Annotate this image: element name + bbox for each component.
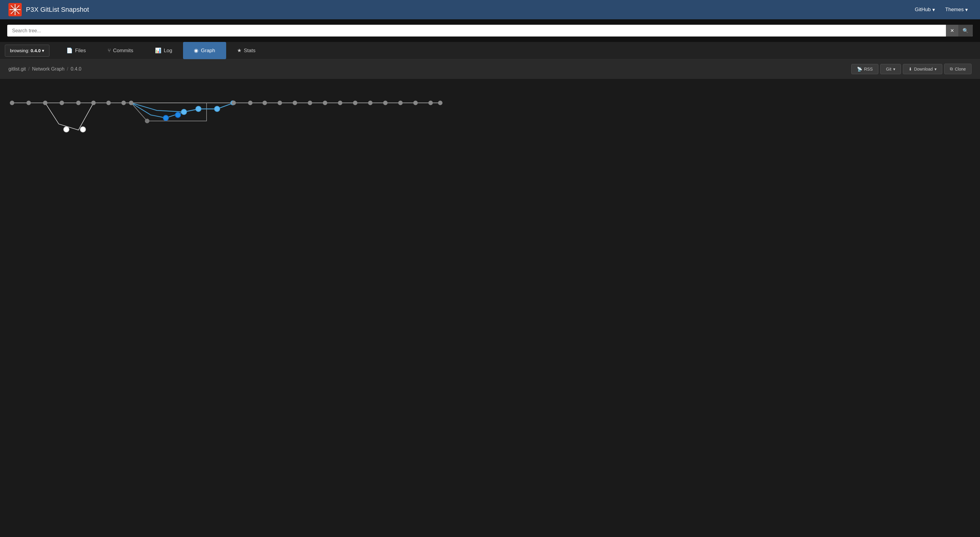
app-logo [8,3,22,16]
branch-version: 0.4.0 [30,48,40,53]
svg-point-31 [323,101,327,105]
search-submit-button[interactable]: 🔍 [958,25,973,37]
tab-log-label: Log [164,48,172,54]
svg-point-36 [398,101,402,105]
svg-point-26 [248,101,252,105]
svg-point-34 [368,101,372,105]
tab-files[interactable]: 📄 Files [56,42,97,59]
header-left: P3X GitList Snapshot [8,3,89,16]
search-input[interactable] [7,25,946,37]
svg-point-8 [27,101,31,105]
svg-point-7 [10,101,14,105]
breadcrumb-sep-2: / [67,66,68,72]
svg-point-15 [129,101,133,105]
breadcrumb-sep-1: / [29,66,30,72]
download-icon: ⬇ [908,67,912,72]
rss-label: RSS [864,67,873,72]
commits-icon: ⑂ [108,48,111,54]
star-icon: ★ [237,47,242,54]
svg-point-32 [338,101,342,105]
tab-log[interactable]: 📊 Log [144,42,183,59]
svg-point-38 [428,101,433,105]
branch-selector[interactable]: browsing: 0.4.0 ▾ [5,45,49,57]
search-icon: 🔍 [963,28,969,33]
app-title: P3X GitList Snapshot [26,6,89,14]
svg-point-18 [145,119,149,123]
pie-chart-icon: ◉ [194,47,199,54]
tab-stats-label: Stats [244,48,256,54]
svg-point-37 [414,101,418,105]
svg-point-39 [438,101,442,105]
themes-label: Themes [945,6,964,13]
search-wrap: ✕ 🔍 [7,25,973,37]
graph-area [0,79,980,157]
download-button[interactable]: ⬇ Download ▾ [903,64,942,74]
download-chevron: ▾ [934,67,937,72]
search-clear-button[interactable]: ✕ [946,25,958,37]
header-right: GitHub ▾ Themes ▾ [911,5,972,15]
themes-button[interactable]: Themes ▾ [942,5,972,15]
svg-point-11 [76,101,81,105]
breadcrumb-section: Network Graph [32,66,65,72]
nav-tabs: browsing: 0.4.0 ▾ 📄 Files ⑂ Commits 📊 Lo… [0,42,980,59]
clone-button[interactable]: ⧉ Clone [944,64,972,74]
tab-graph[interactable]: ◉ Graph [183,42,226,59]
graph-svg-wrap [0,85,980,151]
git-label: Git [886,67,891,72]
tab-commits[interactable]: ⑂ Commits [97,42,144,59]
bar-chart-icon: 📊 [155,47,161,54]
app-header: P3X GitList Snapshot GitHub ▾ Themes ▾ [0,0,980,19]
svg-point-12 [91,101,95,105]
branch-prefix: browsing: [10,48,29,53]
github-label: GitHub [915,6,931,13]
svg-point-27 [262,101,267,105]
rss-icon: 📡 [857,67,862,72]
svg-point-17 [80,127,86,132]
git-button[interactable]: Git ▾ [880,64,901,74]
download-label: Download [914,67,933,72]
svg-point-30 [308,101,312,105]
search-bar: ✕ 🔍 [0,19,980,42]
network-graph-svg [6,85,446,151]
tab-graph-label: Graph [201,48,215,54]
svg-point-28 [278,101,282,105]
tab-stats[interactable]: ★ Stats [226,42,267,59]
svg-point-10 [60,101,64,105]
svg-point-14 [121,101,126,105]
svg-point-23 [163,115,169,121]
chevron-down-icon: ▾ [932,6,935,13]
tab-files-label: Files [75,48,86,54]
svg-point-9 [43,101,47,105]
tab-commits-label: Commits [113,48,133,54]
breadcrumb-repo[interactable]: gitlist.git [8,66,26,72]
svg-point-13 [107,101,111,105]
svg-point-35 [383,101,388,105]
svg-point-20 [196,106,201,112]
github-button[interactable]: GitHub ▾ [911,5,939,15]
breadcrumb-version: 0.4.0 [70,66,81,72]
rss-button[interactable]: 📡 RSS [851,64,878,74]
action-buttons: 📡 RSS Git ▾ ⬇ Download ▾ ⧉ Clone [851,64,972,74]
clone-label: Clone [955,67,966,72]
breadcrumb: gitlist.git / Network Graph / 0.4.0 [8,66,81,72]
svg-point-29 [293,101,297,105]
chevron-down-icon: ▾ [965,6,968,13]
breadcrumb-bar: gitlist.git / Network Graph / 0.4.0 📡 RS… [0,59,980,79]
svg-point-21 [215,106,220,112]
branch-chevron: ▾ [42,48,45,53]
svg-point-16 [64,127,69,132]
svg-point-25 [232,101,236,105]
file-icon: 📄 [66,47,73,54]
clone-icon: ⧉ [950,66,953,72]
svg-point-19 [181,109,187,115]
git-chevron: ▾ [893,67,895,72]
svg-point-33 [353,101,357,105]
svg-point-24 [175,112,181,118]
